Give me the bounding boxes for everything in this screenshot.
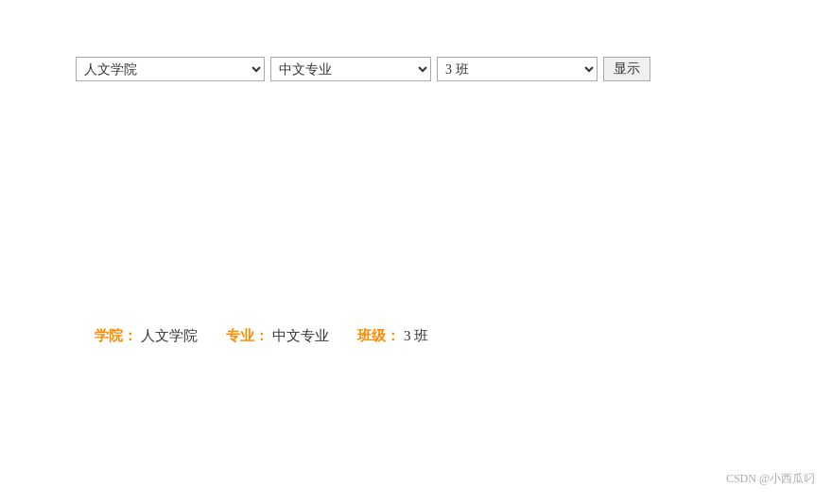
major-value: 中文专业 bbox=[272, 327, 329, 345]
class-label: 班级： bbox=[357, 327, 400, 345]
major-label: 专业： bbox=[226, 327, 269, 345]
filter-row: 人文学院 理工学院 经管学院 艺术学院 中文专业 历史专业 哲学专业 英语专业 … bbox=[76, 57, 756, 81]
class-value: 3 班 bbox=[404, 327, 428, 345]
show-button[interactable]: 显示 bbox=[603, 57, 650, 81]
watermark: CSDN @小西瓜叼 bbox=[726, 471, 815, 487]
result-area: 学院： 人文学院 专业： 中文专业 班级： 3 班 bbox=[76, 327, 756, 345]
college-label: 学院： bbox=[95, 327, 137, 345]
college-result: 学院： 人文学院 bbox=[95, 327, 198, 345]
class-select[interactable]: 1 班 2 班 3 班 4 班 5 班 bbox=[437, 57, 598, 81]
main-container: 人文学院 理工学院 经管学院 艺术学院 中文专业 历史专业 哲学专业 英语专业 … bbox=[0, 0, 832, 345]
college-select[interactable]: 人文学院 理工学院 经管学院 艺术学院 bbox=[76, 57, 265, 81]
class-result: 班级： 3 班 bbox=[357, 327, 428, 345]
college-value: 人文学院 bbox=[141, 327, 198, 345]
major-select[interactable]: 中文专业 历史专业 哲学专业 英语专业 bbox=[270, 57, 431, 81]
major-result: 专业： 中文专业 bbox=[226, 327, 329, 345]
